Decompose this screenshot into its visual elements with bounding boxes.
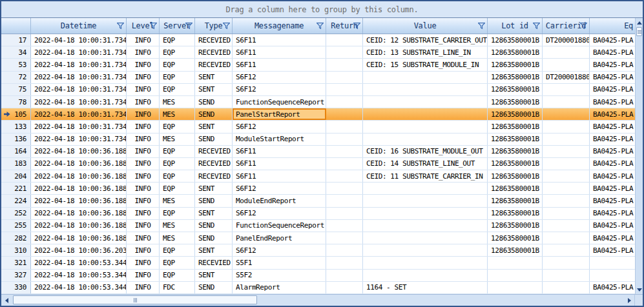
cell-datetime[interactable]: 2022-04-18 10:00:36.188 (31, 220, 127, 232)
row-indicator[interactable]: 72 (1, 72, 31, 83)
cell-messagename[interactable]: ModuleStartReport (233, 134, 326, 145)
cell-level[interactable]: INFO (127, 59, 160, 70)
cell-type[interactable]: SEND (195, 108, 233, 120)
cell-type[interactable]: SENT (195, 270, 233, 281)
cell-carrierid[interactable] (543, 257, 590, 268)
row-indicator[interactable]: 255 (1, 220, 31, 232)
cell-type[interactable]: RECEVIED (195, 158, 233, 170)
table-row[interactable]: 2552022-04-18 10:00:36.188INFOMESSENDFun… (1, 220, 635, 232)
filter-icon[interactable] (150, 23, 157, 30)
cell-value[interactable] (363, 220, 488, 232)
cell-server[interactable]: FDC (160, 282, 195, 293)
cell-datetime[interactable]: 2022-04-18 10:00:31.734 (31, 34, 127, 46)
cell-messagename[interactable]: S6F11 (233, 158, 326, 170)
cell-return[interactable] (326, 244, 363, 256)
cell-server[interactable]: MES (160, 134, 195, 145)
filter-icon[interactable] (478, 23, 485, 30)
cell-eq[interactable]: BA0425-PLA (590, 158, 635, 170)
filter-icon[interactable] (117, 23, 124, 30)
row-indicator[interactable]: 53 (1, 59, 31, 70)
cell-eq[interactable]: BA0425-PLA (590, 183, 635, 194)
scroll-left-button[interactable] (1, 295, 12, 306)
cell-eq[interactable]: BA0425-PLA (590, 84, 635, 95)
cell-eq[interactable]: BA0425-PLA (590, 220, 635, 232)
cell-type[interactable]: SENT (195, 183, 233, 194)
cell-server[interactable]: EQP (160, 170, 195, 182)
row-indicator[interactable]: 330 (1, 282, 31, 293)
row-indicator[interactable]: 224 (1, 195, 31, 206)
cell-server[interactable]: EQP (160, 121, 195, 132)
filter-icon[interactable] (317, 23, 324, 30)
cell-messagename[interactable]: S6F12 (233, 72, 326, 83)
cell-return[interactable] (326, 84, 363, 95)
cell-carrierid[interactable] (543, 244, 590, 256)
cell-lotid[interactable] (488, 282, 543, 293)
cell-server[interactable]: EQP (160, 146, 195, 157)
cell-lotid[interactable] (488, 257, 543, 268)
cell-carrierid[interactable] (543, 134, 590, 145)
row-indicator[interactable]: 282 (1, 232, 31, 244)
cell-value[interactable]: CEID: 16 SUBSTRATE_MODULE_OUT (363, 146, 488, 157)
cell-carrierid[interactable] (543, 84, 590, 95)
row-indicator[interactable]: 75 (1, 84, 31, 95)
cell-carrierid[interactable] (543, 170, 590, 182)
cell-value[interactable]: CEID: 12 SUBSTRATE_CARRIER_OUT (363, 34, 488, 46)
cell-server[interactable]: EQP (160, 244, 195, 256)
cell-eq[interactable] (590, 257, 635, 268)
cell-value[interactable] (363, 72, 488, 83)
cell-eq[interactable]: BA0425-PLA (590, 96, 635, 108)
cell-lotid[interactable]: 12863580001B (488, 170, 543, 182)
cell-return[interactable] (326, 208, 363, 219)
cell-carrierid[interactable] (543, 208, 590, 219)
cell-return[interactable] (326, 72, 363, 83)
cell-datetime[interactable]: 2022-04-18 10:00:53.344 (31, 282, 127, 293)
column-header-carrierid[interactable]: Carrierid (543, 18, 590, 34)
cell-level[interactable]: INFO (127, 244, 160, 256)
cell-level[interactable]: INFO (127, 46, 160, 58)
cell-lotid[interactable]: 12863580001B (488, 220, 543, 232)
cell-server[interactable]: MES (160, 96, 195, 108)
cell-return[interactable] (326, 59, 363, 70)
horizontal-scroll-thumb[interactable] (13, 295, 257, 304)
cell-level[interactable]: INFO (127, 257, 160, 268)
cell-lotid[interactable]: 12863580001B (488, 195, 543, 206)
cell-eq[interactable]: BA0425-PLA (590, 146, 635, 157)
cell-datetime[interactable]: 2022-04-18 10:00:53.344 (31, 257, 127, 268)
cell-datetime[interactable]: 2022-04-18 10:00:31.734 (31, 108, 127, 120)
cell-carrierid[interactable] (543, 183, 590, 194)
filter-icon[interactable] (185, 23, 192, 30)
row-indicator[interactable]: 34 (1, 46, 31, 58)
cell-eq[interactable]: BA0425-PLA (590, 282, 635, 293)
cell-return[interactable] (326, 282, 363, 293)
cell-datetime[interactable]: 2022-04-18 10:00:31.734 (31, 96, 127, 108)
cell-datetime[interactable]: 2022-04-18 10:00:36.188 (31, 170, 127, 182)
cell-value[interactable] (363, 244, 488, 256)
cell-messagename[interactable]: S6F11 (233, 170, 326, 182)
cell-level[interactable]: INFO (127, 220, 160, 232)
table-row[interactable]: 3212022-04-18 10:00:53.344INFOEQPRECEVIE… (1, 257, 635, 269)
cell-type[interactable]: RECEVIED (195, 170, 233, 182)
cell-type[interactable]: SENT (195, 121, 233, 132)
cell-lotid[interactable]: 12863580001B (488, 183, 543, 194)
cell-type[interactable]: RECEVIED (195, 34, 233, 46)
cell-eq[interactable]: BA0425-PLA (590, 108, 635, 120)
cell-lotid[interactable]: 12863580001B (488, 34, 543, 46)
column-header-return[interactable]: Return (326, 18, 363, 34)
row-indicator[interactable]: 252 (1, 208, 31, 219)
cell-datetime[interactable]: 2022-04-18 10:00:36.188 (31, 183, 127, 194)
cell-server[interactable]: EQP (160, 158, 195, 170)
row-indicator[interactable]: 164 (1, 146, 31, 157)
table-row[interactable]: 2212022-04-18 10:00:36.188INFOEQPSENTS6F… (1, 183, 635, 195)
cell-return[interactable] (326, 46, 363, 58)
cell-value[interactable] (363, 232, 488, 244)
cell-level[interactable]: INFO (127, 195, 160, 206)
cell-lotid[interactable]: 12863580001B (488, 46, 543, 58)
cell-return[interactable] (326, 134, 363, 145)
cell-value[interactable] (363, 208, 488, 219)
table-row[interactable]: 1052022-04-18 10:00:31.734INFOMESSENDPan… (1, 108, 635, 121)
cell-messagename[interactable]: FunctionSequenceReport (233, 220, 326, 232)
table-row[interactable]: 782022-04-18 10:00:31.734INFOMESSENDFunc… (1, 96, 635, 108)
row-indicator[interactable]: 133 (1, 121, 31, 132)
cell-eq[interactable]: BA0425-PLA (590, 121, 635, 132)
cell-carrierid[interactable] (543, 146, 590, 157)
